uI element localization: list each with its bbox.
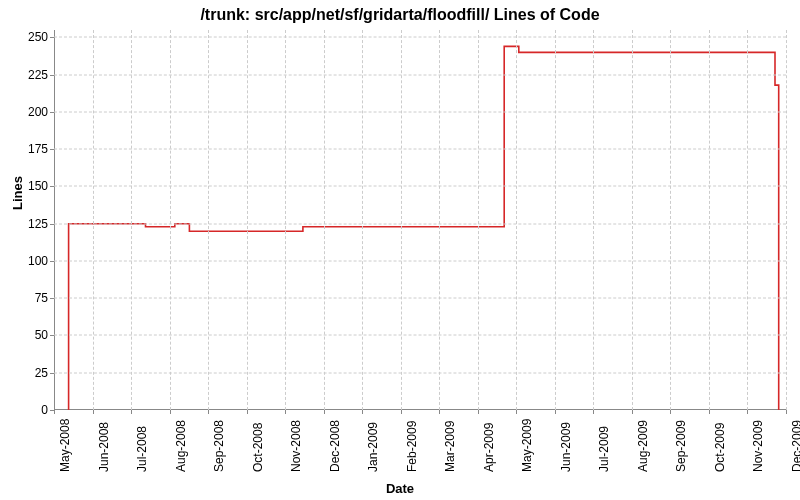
gridline-v: [93, 30, 94, 410]
gridline-v: [555, 30, 556, 410]
y-tick-label: 200: [0, 105, 48, 119]
x-tick-label: Apr-2009: [482, 423, 496, 472]
y-tick-label: 25: [0, 366, 48, 380]
x-tick-label: Dec-2009: [790, 420, 800, 472]
x-tick-mark: [632, 410, 633, 414]
line-series: [54, 30, 786, 410]
x-tick-label: Jul-2008: [135, 426, 149, 472]
gridline-v: [709, 30, 710, 410]
y-tick-label: 125: [0, 217, 48, 231]
x-tick-mark: [516, 410, 517, 414]
gridline-h: [54, 335, 786, 336]
x-tick-mark: [478, 410, 479, 414]
y-tick-label: 0: [0, 403, 48, 417]
gridline-h: [54, 149, 786, 150]
gridline-h: [54, 186, 786, 187]
gridline-h: [54, 74, 786, 75]
gridline-v: [670, 30, 671, 410]
x-tick-mark: [93, 410, 94, 414]
gridline-v: [208, 30, 209, 410]
x-tick-mark: [285, 410, 286, 414]
x-tick-label: Jun-2009: [559, 422, 573, 472]
x-tick-mark: [786, 410, 787, 414]
gridline-v: [131, 30, 132, 410]
x-tick-label: May-2008: [58, 419, 72, 472]
gridline-h: [54, 298, 786, 299]
gridline-v: [247, 30, 248, 410]
x-axis-label: Date: [0, 481, 800, 496]
y-tick-label: 150: [0, 179, 48, 193]
y-tick-label: 225: [0, 68, 48, 82]
gridline-h: [54, 260, 786, 261]
gridline-v: [478, 30, 479, 410]
x-tick-mark: [170, 410, 171, 414]
gridline-v: [362, 30, 363, 410]
y-tick-label: 250: [0, 30, 48, 44]
x-tick-mark: [54, 410, 55, 414]
gridline-v: [285, 30, 286, 410]
x-tick-mark: [555, 410, 556, 414]
gridline-v: [401, 30, 402, 410]
x-tick-mark: [247, 410, 248, 414]
x-tick-mark: [131, 410, 132, 414]
gridline-v: [170, 30, 171, 410]
gridline-h: [54, 372, 786, 373]
x-tick-label: Jun-2008: [97, 422, 111, 472]
x-tick-label: Mar-2009: [443, 421, 457, 472]
x-tick-label: Sep-2008: [212, 420, 226, 472]
chart: /trunk: src/app/net/sf/gridarta/floodfil…: [0, 0, 800, 500]
y-tick-label: 50: [0, 328, 48, 342]
x-tick-label: Nov-2009: [751, 420, 765, 472]
x-tick-mark: [709, 410, 710, 414]
x-tick-label: Jan-2009: [366, 422, 380, 472]
x-tick-mark: [747, 410, 748, 414]
y-tick-label: 175: [0, 142, 48, 156]
x-tick-label: Sep-2009: [674, 420, 688, 472]
x-tick-mark: [324, 410, 325, 414]
x-tick-mark: [401, 410, 402, 414]
gridline-h: [54, 37, 786, 38]
gridline-v: [324, 30, 325, 410]
x-tick-label: Oct-2008: [251, 423, 265, 472]
x-tick-label: Aug-2009: [636, 420, 650, 472]
gridline-h: [54, 111, 786, 112]
gridline-v: [632, 30, 633, 410]
x-tick-mark: [670, 410, 671, 414]
x-tick-label: May-2009: [520, 419, 534, 472]
series-line: [69, 46, 779, 410]
x-tick-mark: [593, 410, 594, 414]
gridline-v: [439, 30, 440, 410]
gridline-v: [786, 30, 787, 410]
chart-title: /trunk: src/app/net/sf/gridarta/floodfil…: [0, 6, 800, 24]
x-tick-label: Feb-2009: [405, 421, 419, 472]
x-tick-label: Nov-2008: [289, 420, 303, 472]
x-tick-mark: [362, 410, 363, 414]
x-tick-mark: [439, 410, 440, 414]
y-tick-label: 75: [0, 291, 48, 305]
x-tick-label: Oct-2009: [713, 423, 727, 472]
x-tick-label: Dec-2008: [328, 420, 342, 472]
gridline-v: [747, 30, 748, 410]
x-tick-label: Aug-2008: [174, 420, 188, 472]
x-tick-label: Jul-2009: [597, 426, 611, 472]
y-tick-label: 100: [0, 254, 48, 268]
gridline-v: [516, 30, 517, 410]
x-tick-mark: [208, 410, 209, 414]
gridline-h: [54, 223, 786, 224]
gridline-v: [593, 30, 594, 410]
